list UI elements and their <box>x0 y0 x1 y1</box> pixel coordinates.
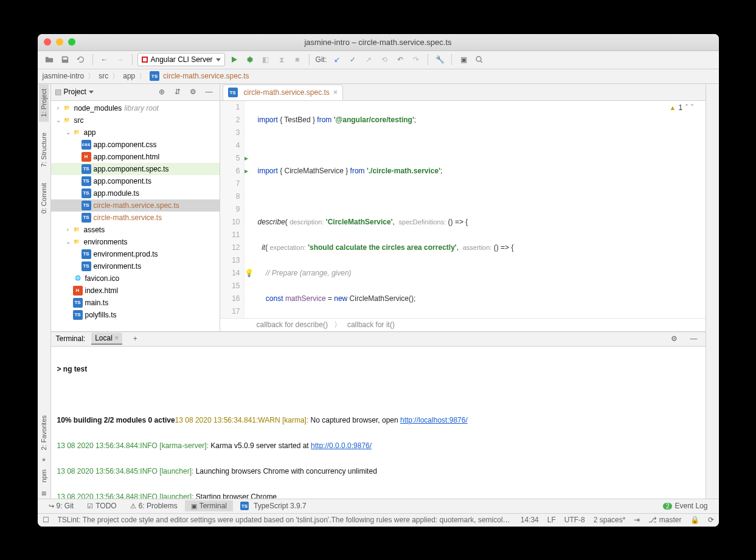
tree-file[interactable]: TSapp.component.spec.ts <box>51 163 220 175</box>
bc-item[interactable]: jasmine-intro <box>43 72 85 80</box>
terminal-header: Terminal: Local × + ⚙ — <box>51 332 706 347</box>
tree-file[interactable]: TSapp.module.ts <box>51 187 220 199</box>
tree-file[interactable]: TSmain.ts <box>51 297 220 309</box>
status-encoding[interactable]: UTF-8 <box>564 516 585 524</box>
tree-node-assets[interactable]: ›📁assets <box>51 224 220 236</box>
tree-file[interactable]: TSpolyfills.ts <box>51 309 220 321</box>
run-anything-icon[interactable]: ▣ <box>457 53 470 66</box>
editor-crumb[interactable]: callback for describe() <box>257 320 328 329</box>
coverage-icon[interactable]: ◧ <box>259 53 272 66</box>
debug-icon[interactable] <box>243 53 257 66</box>
terminal-label: Terminal: <box>56 334 86 343</box>
tree-file[interactable]: TScircle-math.service.ts <box>51 212 220 224</box>
settings-icon[interactable]: 🔧 <box>433 53 446 66</box>
close-window-button[interactable] <box>44 38 51 46</box>
lock-status-icon[interactable]: 🔒 <box>690 516 699 524</box>
tree-file[interactable]: TSenvironment.prod.ts <box>51 248 220 260</box>
editor-crumb[interactable]: callback for it() <box>347 320 395 329</box>
bc-item[interactable]: app <box>123 72 135 80</box>
right-tool-strip <box>706 84 719 499</box>
code-content[interactable]: import { TestBed } from '@angular/core/t… <box>257 101 706 318</box>
tree-file[interactable]: Hindex.html <box>51 285 220 297</box>
tab-todo[interactable]: ☑ TODO <box>81 500 122 511</box>
save-icon[interactable] <box>58 53 72 66</box>
status-line-sep[interactable]: LF <box>547 516 556 524</box>
tree-node-node_modules[interactable]: ›📁node_moduleslibrary root <box>51 102 220 114</box>
tree-file[interactable]: 🌐favicon.ico <box>51 272 220 285</box>
code-editor[interactable]: 1234567891011121314151617 ▸ ▸ 💡 import {… <box>220 101 706 318</box>
sync-icon[interactable]: ⟳ <box>708 516 714 524</box>
minimize-window-button[interactable] <box>56 38 63 46</box>
run-configuration-select[interactable]: Angular CLI Server <box>137 53 225 66</box>
titlebar: jasmine-intro – circle-math.service.spec… <box>38 34 719 51</box>
editor-tab-active[interactable]: TS circle-math.service.spec.ts × <box>223 85 343 100</box>
open-icon[interactable] <box>43 53 56 66</box>
run-icon[interactable] <box>227 53 241 66</box>
expand-icon[interactable]: ⇵ <box>171 85 184 99</box>
svg-point-0 <box>248 57 252 62</box>
indent-icon[interactable]: ⇥ <box>634 516 640 524</box>
profile-icon[interactable]: ⧗ <box>275 53 288 66</box>
search-icon[interactable] <box>473 53 486 66</box>
maximize-window-button[interactable] <box>68 38 75 46</box>
tab-project[interactable]: 1: Project <box>39 84 49 122</box>
close-tab-icon[interactable]: × <box>333 88 338 97</box>
git-commit-icon[interactable]: ✓ <box>346 53 359 66</box>
tab-typescript[interactable]: TS TypeScript 3.9.7 <box>234 500 313 511</box>
stop-icon[interactable]: ■ <box>291 53 304 66</box>
back-icon[interactable]: ← <box>98 53 111 66</box>
project-label: Project <box>64 88 86 96</box>
terminal-tab-local[interactable]: Local × <box>91 333 122 345</box>
bulb-icon[interactable]: 💡 <box>244 267 257 280</box>
gear-icon[interactable]: ⚙ <box>187 85 200 99</box>
project-panel: ▤ Project ⊕ ⇵ ⚙ — ›📁node_moduleslibrary … <box>51 84 220 331</box>
git-redo-icon[interactable]: ↷ <box>409 53 423 66</box>
tree-file[interactable]: TSenvironment.ts <box>51 260 220 272</box>
git-push-icon[interactable]: ↗ <box>362 53 375 66</box>
hide-panel-icon[interactable]: — <box>203 85 216 99</box>
tab-commit[interactable]: 0: Commit <box>39 178 49 218</box>
tree-file[interactable]: Happ.component.html <box>51 151 220 163</box>
link[interactable]: http://localhost:9876/ <box>400 416 468 424</box>
terminal-hide-icon[interactable]: — <box>687 332 701 345</box>
traffic-lights <box>38 38 75 46</box>
tree-node-app[interactable]: ⌄📁app <box>51 126 220 139</box>
tab-git[interactable]: ↪ 9: Git <box>43 500 80 511</box>
status-indent[interactable]: 2 spaces* <box>594 516 626 524</box>
locate-icon[interactable]: ⊕ <box>155 85 168 99</box>
tab-problems[interactable]: ⚠ 6: Problems <box>124 500 184 511</box>
forward-icon[interactable]: → <box>114 53 127 66</box>
gutter-markers: ▸ ▸ 💡 <box>244 101 257 318</box>
project-tree[interactable]: ›📁node_moduleslibrary root ⌄📁src ⌄📁app c… <box>51 101 220 331</box>
run-config-label: Angular CLI Server <box>151 55 213 64</box>
line-numbers: 1234567891011121314151617 <box>220 101 244 318</box>
tree-file-selected[interactable]: TScircle-math.service.spec.ts <box>51 199 220 212</box>
status-time: 14:34 <box>521 516 539 524</box>
tab-eventlog[interactable]: 2 Event Log <box>657 500 714 511</box>
inspection-indicator[interactable]: 1 ˄ ˅ <box>670 103 695 112</box>
tree-node-environments[interactable]: ⌄📁environments <box>51 236 220 248</box>
run-marker-icon[interactable]: ▸ <box>244 165 257 178</box>
run-marker-icon[interactable]: ▸ <box>244 152 257 165</box>
bc-item[interactable]: src <box>99 72 108 80</box>
tree-file[interactable]: TSapp.component.ts <box>51 175 220 187</box>
git-branch[interactable]: ⎇ master <box>648 516 681 524</box>
bc-item-active[interactable]: circle-math.service.spec.ts <box>163 72 249 80</box>
link[interactable]: http://0.0.0.0:9876/ <box>311 441 372 450</box>
tab-terminal[interactable]: ▣ Terminal <box>185 500 233 511</box>
tab-favorites[interactable]: 2: Favorites <box>39 410 49 455</box>
tab-npm[interactable]: npm <box>39 465 49 487</box>
terminal-output[interactable]: > ng test 10% building 2/2 modules 0 act… <box>51 347 706 499</box>
git-history-icon[interactable]: ⟲ <box>378 53 391 66</box>
new-terminal-icon[interactable]: + <box>128 332 142 345</box>
refresh-icon[interactable] <box>74 53 88 66</box>
terminal-gear-icon[interactable]: ⚙ <box>668 332 681 345</box>
tree-file[interactable]: cssapp.component.css <box>51 139 220 151</box>
tree-node-src[interactable]: ⌄📁src <box>51 114 220 126</box>
git-pull-icon[interactable]: ↙ <box>330 53 344 66</box>
ts-file-icon: TS <box>150 71 159 81</box>
tab-structure[interactable]: 7: Structure <box>39 128 49 172</box>
project-view-select[interactable] <box>89 91 94 94</box>
left-tool-strip: 1: Project 7: Structure 0: Commit 2: Fav… <box>38 84 51 499</box>
git-undo-icon[interactable]: ↶ <box>394 53 407 66</box>
